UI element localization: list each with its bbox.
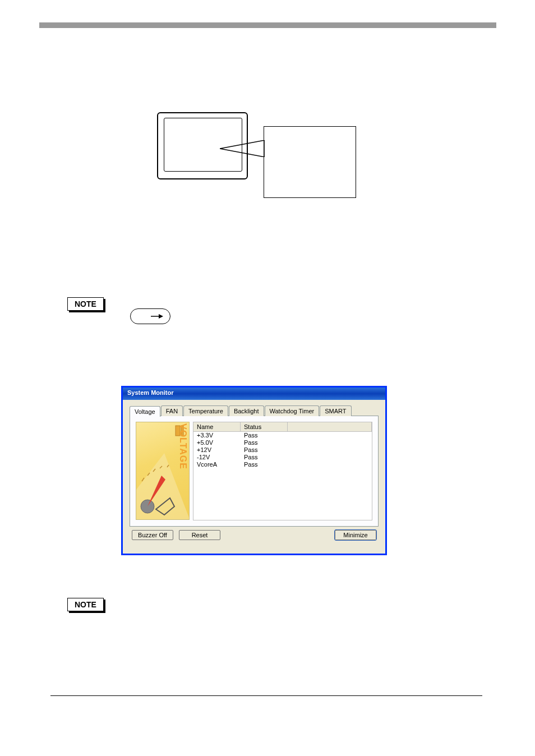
reset-button[interactable]: Reset	[179, 530, 220, 540]
tab-smart[interactable]: SMART	[320, 405, 351, 416]
col-spacer	[288, 422, 372, 431]
client-area: Voltage FAN Temperature Backlight Watchd…	[123, 400, 385, 545]
listview-header: Name Status	[193, 422, 372, 432]
voltage-listview[interactable]: Name Status +3.3V Pass +5.0V Pass +12V	[193, 422, 372, 520]
list-item[interactable]: +5.0V Pass	[193, 439, 372, 446]
tab-voltage[interactable]: Voltage	[130, 406, 160, 417]
page-header-bar	[39, 22, 496, 28]
titlebar[interactable]: System Monitor	[123, 388, 385, 400]
list-item[interactable]: +3.3V Pass	[193, 432, 372, 439]
list-item[interactable]: VcoreA Pass	[193, 461, 372, 468]
cell-name: +3.3V	[193, 432, 241, 439]
tabstrip: Voltage FAN Temperature Backlight Watchd…	[130, 405, 379, 416]
cell-status: Pass	[241, 439, 288, 446]
tab-watchdog-timer[interactable]: Watchdog Timer	[265, 405, 320, 416]
gauge-illustration: VOLTAGE	[136, 422, 190, 520]
col-name[interactable]: Name	[193, 422, 241, 431]
reference-arrow-icon	[130, 308, 170, 324]
cell-status: Pass	[241, 432, 288, 439]
tab-fan[interactable]: FAN	[161, 405, 183, 416]
page-footer-rule	[50, 695, 482, 696]
cell-name: VcoreA	[193, 461, 241, 468]
col-status[interactable]: Status	[241, 422, 288, 431]
tab-panel-voltage: VOLTAGE Name Status +3.3V Pass +5.0V Pas…	[130, 416, 379, 527]
minimize-button[interactable]: Minimize	[335, 530, 376, 540]
cell-status: Pass	[241, 454, 288, 461]
cell-status: Pass	[241, 446, 288, 454]
cell-status: Pass	[241, 461, 288, 468]
callout-diagram	[157, 112, 359, 199]
tab-backlight[interactable]: Backlight	[229, 405, 264, 416]
listview-body: +3.3V Pass +5.0V Pass +12V Pass -12V Pas…	[193, 432, 372, 520]
list-item[interactable]: +12V Pass	[193, 446, 372, 454]
monitor-outline	[157, 112, 248, 179]
gauge-label: VOLTAGE	[178, 423, 188, 469]
cell-name: -12V	[193, 454, 241, 461]
cell-name: +12V	[193, 446, 241, 454]
monitor-screen	[164, 118, 242, 172]
cell-name: +5.0V	[193, 439, 241, 446]
note-badge: NOTE	[67, 297, 104, 311]
list-item[interactable]: -12V Pass	[193, 454, 372, 461]
tab-temperature[interactable]: Temperature	[183, 405, 228, 416]
system-monitor-window: System Monitor Voltage FAN Temperature B…	[121, 386, 387, 555]
buzzer-off-button[interactable]: Buzzer Off	[132, 530, 173, 540]
callout-box	[264, 126, 356, 198]
note-badge: NOTE	[67, 598, 104, 611]
button-row: Buzzer Off Reset Minimize	[130, 527, 379, 540]
svg-marker-1	[159, 314, 163, 319]
